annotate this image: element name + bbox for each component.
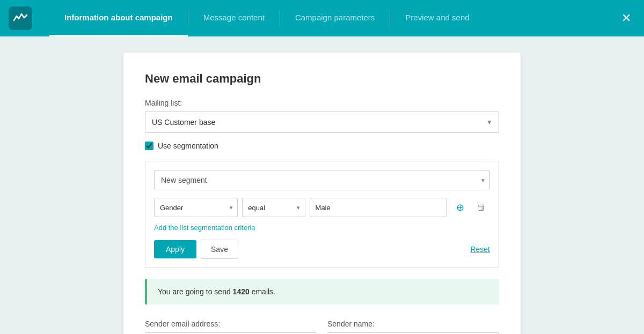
info-text-after: emails. [250, 287, 275, 296]
logo[interactable] [9, 6, 32, 30]
nav-item-info[interactable]: Information about campaign [49, 0, 188, 36]
segment-field-wrapper: Gender Age Location ▼ [154, 198, 238, 217]
sender-email-label: Sender email address: [145, 320, 317, 328]
trash-icon: 🗑 [477, 203, 486, 212]
segment-value-input[interactable] [310, 198, 447, 217]
info-banner: You are going to send 1420 emails. [145, 279, 499, 305]
apply-button[interactable]: Apply [154, 240, 196, 258]
close-button[interactable]: ✕ [617, 7, 635, 29]
main-content: New email campaign Mailing list: US Cust… [0, 36, 644, 334]
segment-field-select[interactable]: Gender Age Location [154, 198, 238, 217]
segment-box: New segment ▼ Gender Age Location ▼ equa… [145, 161, 499, 268]
mailing-list-label: Mailing list: [145, 99, 499, 107]
info-count: 1420 [233, 287, 250, 296]
segmentation-label[interactable]: Use segmentation [158, 142, 218, 150]
add-circle-icon: ⊕ [456, 202, 464, 213]
reset-button[interactable]: Reset [470, 245, 490, 254]
info-text-before: You are going to send [158, 287, 233, 296]
add-criteria-link[interactable]: Add the list segmentation criteria [154, 224, 255, 232]
mailing-list-wrapper: US Customer base EU Customer base All su… [145, 112, 499, 133]
card-title: New email campaign [145, 72, 499, 86]
segmentation-checkbox[interactable] [145, 142, 153, 150]
segment-operator-wrapper: equal not equal contains ▼ [242, 198, 305, 217]
nav-item-message[interactable]: Message content [188, 0, 280, 36]
header: Information about campaign Message conte… [0, 0, 644, 36]
mailing-list-select[interactable]: US Customer base EU Customer base All su… [145, 112, 499, 133]
sender-name-label: Sender name: [327, 320, 499, 328]
delete-condition-button[interactable]: 🗑 [473, 199, 490, 216]
main-nav: Information about campaign Message conte… [49, 0, 617, 36]
sender-row: Sender email address: meddierich@randall… [145, 320, 499, 334]
segmentation-row: Use segmentation [145, 142, 499, 150]
segment-operator-select[interactable]: equal not equal contains [242, 198, 305, 217]
add-condition-button[interactable]: ⊕ [451, 199, 469, 216]
sender-name-col: Sender name: [327, 320, 499, 334]
segment-condition-row: Gender Age Location ▼ equal not equal co… [154, 198, 490, 217]
nav-item-parameters[interactable]: Campaign parameters [280, 0, 390, 36]
save-button[interactable]: Save [201, 240, 238, 259]
segment-action-row: Apply Save Reset [154, 240, 490, 259]
sender-email-col: Sender email address: meddierich@randall… [145, 320, 317, 334]
nav-item-preview[interactable]: Preview and send [390, 0, 484, 36]
segment-select-wrapper: New segment ▼ [154, 170, 490, 190]
campaign-card: New email campaign Mailing list: US Cust… [123, 53, 521, 334]
segment-select[interactable]: New segment [154, 170, 490, 190]
